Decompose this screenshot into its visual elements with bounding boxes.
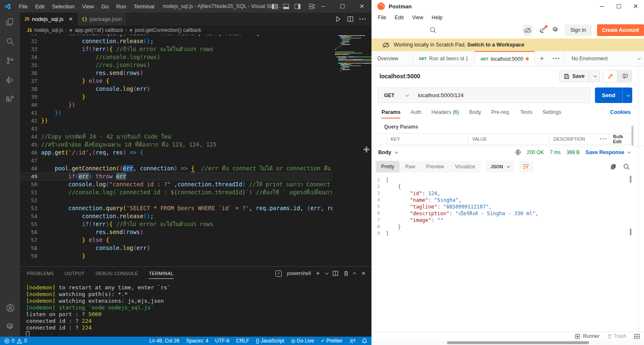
split-terminal-icon[interactable] <box>332 270 338 276</box>
search-response-icon[interactable] <box>623 163 630 170</box>
new-tab-button[interactable]: + <box>535 51 549 66</box>
menu-file[interactable]: File <box>374 14 390 21</box>
row-select-cell[interactable] <box>377 134 387 144</box>
terminal-output[interactable]: [nodemon] to restart at any time, enter … <box>20 280 371 338</box>
status-badge[interactable]: 200 OK <box>527 149 544 155</box>
edit-pencil-icon[interactable] <box>603 70 618 82</box>
response-body[interactable]: 1[2{3"id": 124,4"name": "Singha",5"tagli… <box>371 173 632 332</box>
notifications-bell-icon[interactable] <box>362 338 367 344</box>
tab-debug-console[interactable]: DEBUG CONSOLE <box>96 268 138 278</box>
tab-headers[interactable]: Headers (6) <box>431 109 459 115</box>
tab-prereq[interactable]: Pre-req. <box>491 109 510 115</box>
menu-terminal[interactable]: Terminal <box>130 3 158 10</box>
toggle-sidebar-icon[interactable] <box>272 4 278 9</box>
breadcrumb-symbol-1[interactable]: app.get('/:id') callback <box>75 27 123 33</box>
close-button[interactable]: ✕ <box>627 0 644 13</box>
tab-terminal[interactable]: TERMINAL <box>149 268 174 279</box>
send-button[interactable]: Send <box>595 88 632 103</box>
send-options-chevron[interactable] <box>622 88 632 103</box>
tab-package-json[interactable]: {} package.json <box>78 13 127 26</box>
menu-selection[interactable]: Selection <box>48 3 78 10</box>
menu-edit[interactable]: Edit <box>391 14 408 21</box>
menu-help[interactable]: Help <box>428 14 447 21</box>
comment-icon[interactable] <box>618 70 632 82</box>
close-panel-icon[interactable]: ✕ <box>361 270 366 276</box>
cookies-link[interactable]: Cookies <box>610 109 631 115</box>
offline-cloud-icon[interactable] <box>522 24 533 36</box>
save-button[interactable]: Save <box>559 70 600 82</box>
maximize-button[interactable]: ☐ <box>610 0 627 13</box>
view-raw[interactable]: Raw <box>400 161 421 172</box>
menu-view[interactable]: View <box>408 14 427 21</box>
more-actions-icon[interactable] <box>359 18 366 20</box>
maximize-button[interactable]: ☐ <box>333 0 352 13</box>
request-name[interactable]: localhost:5000 <box>379 73 420 80</box>
description-column-header[interactable]: DESCRIPTION <box>549 134 596 144</box>
tab-auth[interactable]: Auth <box>410 109 421 115</box>
view-pretty[interactable]: Pretty <box>376 161 400 172</box>
tab-close-icon[interactable]: ✕ <box>68 16 73 22</box>
breadcrumb-file[interactable]: nodejs_sql.js <box>34 27 63 33</box>
horizontal-scrollbar[interactable] <box>371 340 644 345</box>
save-response-button[interactable]: Save Response <box>586 149 630 155</box>
breadcrumb-symbol-2[interactable]: pool.getConnection() callback <box>135 27 201 33</box>
menu-go[interactable]: Go <box>98 3 112 10</box>
source-control-icon[interactable] <box>0 51 20 70</box>
eol-sequence[interactable]: CRLF <box>236 338 249 344</box>
search-icon[interactable] <box>429 26 436 33</box>
format-selector[interactable]: JSON <box>486 161 514 172</box>
new-terminal-icon[interactable]: + <box>316 270 320 277</box>
panel-layout-icon[interactable] <box>634 334 640 339</box>
menu-run[interactable]: Run <box>112 3 130 10</box>
menu-file[interactable]: File <box>15 3 31 10</box>
response-scrollbar[interactable] <box>630 229 631 235</box>
environment-selector[interactable]: No Environment <box>564 51 644 66</box>
response-scrollbar[interactable] <box>630 176 631 183</box>
code-editor[interactable]: 31connection.query('SELECT * FROM beers'… <box>20 29 332 266</box>
prettier-status[interactable]: ✓ Prettier <box>321 338 343 344</box>
response-size[interactable]: 369 B <box>566 149 579 155</box>
value-column-header[interactable]: VALUE <box>468 134 549 144</box>
minimize-button[interactable]: ─ <box>314 0 333 13</box>
url-input[interactable]: localhost:5000/124 <box>414 92 464 98</box>
create-account-button[interactable]: Create Account <box>597 24 644 36</box>
extensions-icon[interactable] <box>0 90 20 109</box>
language-mode[interactable]: {} JavaScript <box>256 338 284 344</box>
kill-terminal-icon[interactable] <box>343 270 349 276</box>
params-scrollbar[interactable] <box>631 126 634 146</box>
run-file-icon[interactable] <box>335 16 341 22</box>
indentation[interactable]: Spaces: 4 <box>186 338 208 344</box>
switch-workspace-link[interactable]: Switch to a Workspace <box>467 42 525 48</box>
sash-handle[interactable] <box>364 147 369 152</box>
tab-body[interactable]: Body <box>469 109 481 115</box>
response-time[interactable]: 7 ms <box>550 149 561 155</box>
explorer-icon[interactable] <box>0 13 20 32</box>
column-options-icon[interactable] <box>596 134 609 144</box>
menu-view[interactable]: View <box>78 3 98 10</box>
capture-requests-icon[interactable] <box>539 26 546 34</box>
tab-params[interactable]: Params <box>382 109 400 115</box>
problems-status[interactable]: 0 0 <box>4 338 27 344</box>
method-selector[interactable]: GET <box>378 93 414 98</box>
bulk-edit-button[interactable]: Bulk Edit <box>609 134 632 144</box>
sign-in-button[interactable]: Sign In <box>565 24 591 36</box>
search-icon[interactable] <box>0 32 20 51</box>
toggle-secondary-sidebar-icon[interactable] <box>294 4 301 9</box>
runner-button[interactable]: Runner <box>575 333 599 339</box>
tab-output[interactable]: OUTPUT <box>65 268 85 278</box>
key-column-header[interactable]: KEY <box>387 134 468 144</box>
trash-button[interactable]: Trash <box>607 333 626 339</box>
tab-problems[interactable]: PROBLEMS <box>27 268 54 278</box>
tab-options-icon[interactable] <box>549 51 564 66</box>
toggle-panel-icon[interactable] <box>283 4 289 9</box>
wrap-lines-icon[interactable] <box>519 161 533 172</box>
split-editor-icon[interactable] <box>347 16 353 22</box>
settings-gear-icon[interactable] <box>0 317 20 337</box>
tab-tests[interactable]: Tests <box>520 109 532 115</box>
cursor-position[interactable]: Ln 49, Col 26 <box>149 338 179 344</box>
tab-run-all-beers[interactable]: GET Run all beers id 1 <box>413 51 475 66</box>
tab-nodejs-sql-js[interactable]: JS nodejs_sql.js ✕ <box>20 13 78 26</box>
tab-settings[interactable]: Settings <box>543 109 561 115</box>
response-body-selector[interactable]: Body <box>378 149 397 155</box>
account-icon[interactable] <box>0 298 20 317</box>
